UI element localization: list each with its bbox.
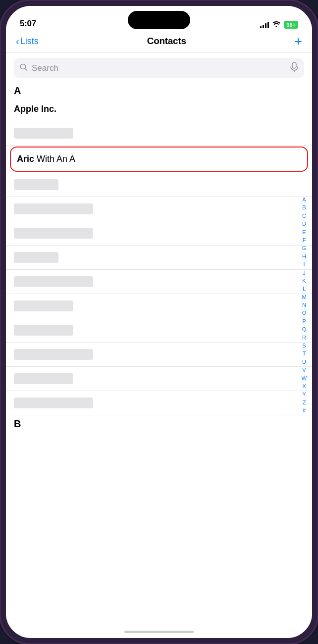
contacts-list: A Apple Inc. Aric With An A: [6, 82, 312, 625]
contact-name-regular: With An A: [34, 154, 75, 164]
alpha-letter-z[interactable]: Z: [300, 399, 308, 406]
nav-back-button[interactable]: ‹ Lists: [16, 36, 39, 47]
wifi-icon: [272, 20, 281, 29]
blurred-name: [14, 128, 73, 139]
alpha-letter-o[interactable]: O: [300, 309, 308, 317]
blurred-name: [14, 349, 93, 360]
blurred-name: [14, 397, 93, 408]
list-item[interactable]: [6, 221, 312, 246]
blurred-name: [14, 300, 73, 311]
signal-bars-icon: [260, 21, 269, 28]
list-item[interactable]: [6, 270, 312, 294]
list-item[interactable]: [6, 367, 312, 391]
alpha-letter-e[interactable]: E: [300, 229, 308, 236]
signal-bar-4: [267, 22, 269, 28]
alpha-letter-p[interactable]: P: [300, 318, 308, 325]
list-item[interactable]: [6, 318, 312, 343]
alpha-letter-u[interactable]: U: [300, 358, 308, 366]
alpha-letter-f[interactable]: F: [300, 237, 308, 244]
list-item[interactable]: [6, 121, 312, 146]
contact-row-aric[interactable]: Aric With An A: [10, 147, 308, 172]
alpha-letter-t[interactable]: T: [300, 350, 308, 357]
status-time: 5:07: [20, 19, 36, 29]
list-item[interactable]: [6, 197, 312, 221]
section-header-a: A: [6, 82, 312, 98]
alpha-letter-c[interactable]: C: [300, 212, 308, 220]
blurred-name: [14, 373, 73, 384]
blurred-name: [14, 325, 73, 336]
blurred-name: [14, 276, 93, 287]
list-item[interactable]: [6, 246, 312, 270]
alpha-letter-j[interactable]: J: [300, 269, 308, 277]
status-bar: 5:07 36+: [6, 6, 312, 33]
dynamic-island: [128, 11, 190, 29]
alpha-letter-k[interactable]: K: [300, 277, 308, 285]
chevron-left-icon: ‹: [16, 36, 19, 46]
add-contact-button[interactable]: +: [295, 35, 302, 48]
svg-rect-2: [292, 62, 296, 68]
alpha-letter-w[interactable]: W: [300, 375, 308, 382]
list-item[interactable]: [6, 173, 312, 197]
home-indicator: [124, 631, 194, 633]
phone-screen: 5:07 36+: [6, 6, 312, 638]
phone-frame: 5:07 36+: [0, 0, 318, 644]
alpha-letter-g[interactable]: G: [300, 245, 308, 252]
alpha-letter-hash[interactable]: #: [300, 407, 308, 414]
nav-title: Contacts: [147, 36, 186, 47]
signal-bar-3: [265, 23, 266, 28]
svg-line-1: [25, 68, 27, 70]
section-header-b: B: [6, 415, 312, 431]
blurred-name: [14, 179, 58, 190]
signal-bar-1: [260, 26, 262, 28]
contact-name: Aric With An A: [17, 154, 75, 164]
alpha-letter-i[interactable]: I: [300, 261, 308, 268]
signal-bar-2: [263, 25, 264, 28]
contact-name: Apple Inc.: [14, 104, 56, 114]
battery-badge: 36+: [284, 21, 298, 29]
list-item[interactable]: [6, 294, 312, 318]
alpha-letter-q[interactable]: Q: [300, 326, 308, 333]
alpha-letter-a[interactable]: A: [300, 196, 308, 203]
list-item[interactable]: [6, 343, 312, 367]
contact-name-bold: Aric: [17, 154, 34, 164]
alpha-letter-y[interactable]: Y: [300, 391, 308, 398]
search-placeholder: Search: [32, 63, 286, 73]
alpha-letter-l[interactable]: L: [300, 285, 308, 293]
alpha-letter-x[interactable]: X: [300, 383, 308, 390]
contact-name-bold: Apple Inc.: [14, 104, 56, 114]
search-bar[interactable]: Search: [14, 58, 304, 78]
alpha-letter-m[interactable]: M: [300, 294, 308, 301]
alpha-letter-b[interactable]: B: [300, 204, 308, 211]
status-icons: 36+: [260, 20, 298, 29]
alphabet-index[interactable]: A B C D E F G H I J K L M N O P Q R S T: [300, 196, 308, 415]
alpha-letter-h[interactable]: H: [300, 253, 308, 260]
list-item[interactable]: [6, 391, 312, 415]
alpha-letter-s[interactable]: S: [300, 342, 308, 349]
search-icon: [20, 63, 28, 73]
microphone-icon[interactable]: [290, 62, 298, 74]
alpha-letter-v[interactable]: V: [300, 366, 308, 374]
blurred-name: [14, 228, 93, 239]
blurred-name: [14, 203, 93, 214]
contact-row-apple[interactable]: Apple Inc.: [6, 98, 312, 121]
nav-back-label: Lists: [20, 36, 39, 47]
nav-bar: ‹ Lists Contacts +: [6, 33, 312, 53]
alpha-letter-d[interactable]: D: [300, 220, 308, 228]
alpha-letter-n[interactable]: N: [300, 301, 308, 309]
alpha-letter-r[interactable]: R: [300, 334, 308, 342]
blurred-name: [14, 252, 58, 263]
